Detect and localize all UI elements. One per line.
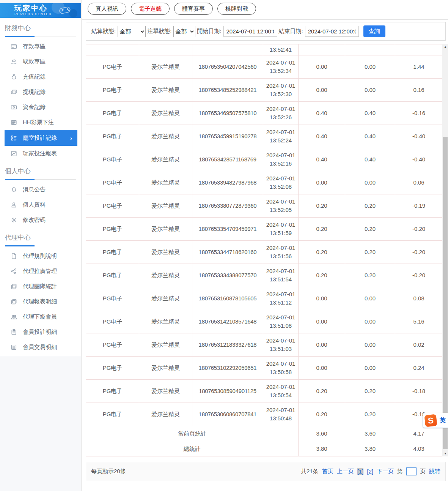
scroll-down-arrow-icon[interactable]: ▼	[442, 451, 448, 456]
summary-label: 總統計	[86, 441, 299, 456]
sidebar-item[interactable]: 廳室投註記錄›	[5, 130, 77, 146]
table-cell: 3.60	[345, 426, 395, 441]
sidebar-item[interactable]: 修改密碼	[0, 212, 81, 227]
section-underline	[5, 246, 76, 246]
order-status-select[interactable]: 全部	[173, 26, 195, 37]
page-number-link[interactable]: [2]	[367, 468, 373, 475]
end-date-input[interactable]	[305, 26, 359, 37]
sidebar-item[interactable]: 取款專區	[0, 54, 81, 69]
table-cell: 1807653354709459971	[192, 218, 263, 241]
table-cell: 0.20	[299, 264, 345, 287]
translator-language-label: 英	[440, 417, 446, 425]
sidebar-item[interactable]: 代理報表明細	[0, 294, 81, 309]
table-cell: 2024-07-0113:51:12	[263, 287, 299, 310]
app-logo: 玩家中心 PLAYERS CENTER	[0, 3, 81, 18]
table-cell: 0.00	[299, 310, 345, 333]
tab-category[interactable]: 棋牌對戰	[217, 3, 256, 15]
table-cell: PG电子	[86, 333, 139, 357]
table-cell: 0.40	[299, 102, 345, 125]
sidebar-item-label: 消息公告	[23, 186, 46, 193]
table-scrollbar[interactable]: ▲ ▼	[442, 44, 448, 456]
sidebar-item[interactable]: 會員投註明細	[0, 324, 81, 339]
transaction-list-icon	[11, 344, 17, 350]
table-cell: 1807653160878105605	[192, 287, 263, 310]
table-cell: 0.08	[395, 287, 443, 310]
sidebar-item-label: 廳室投註記錄	[23, 134, 57, 142]
settle-status-select[interactable]: 全部	[118, 26, 146, 37]
cash-icon	[11, 89, 17, 95]
bell-icon	[11, 186, 17, 193]
table-row: PG电子爱尔兰精灵18076531218333276182024-07-0113…	[86, 333, 443, 357]
table-cell: -0.40	[395, 148, 443, 171]
table-row: PG电子爱尔兰精灵18076534852529884212024-07-0113…	[86, 79, 443, 102]
sidebar-item[interactable]: 存款專區	[0, 39, 81, 54]
table-summary-row: 當前頁統計3.603.604.17	[86, 426, 443, 441]
sidebar-item[interactable]: 會員交易明細	[0, 339, 81, 355]
table-cell: PG电子	[86, 310, 139, 333]
sidebar-section: 財務中心存款專區取款專區充值記錄提現記錄資金記錄HH彩票下注廳室投註記錄›玩家投…	[0, 24, 81, 161]
table-cell: 2024-07-0113:52:08	[263, 171, 299, 194]
sidebar-item[interactable]: 代理推廣管理	[0, 264, 81, 279]
search-button[interactable]: 查詢	[363, 25, 385, 37]
bet-records-table-wrap: 13:52:41PG电子爱尔兰精灵18076535042070425602024…	[86, 44, 448, 456]
table-cell: 爱尔兰精灵	[139, 79, 192, 102]
sidebar-item[interactable]: HH彩票下注	[0, 115, 81, 130]
table-cell: 爱尔兰精灵	[139, 241, 192, 264]
sidebar-item[interactable]: 代理下級會員	[0, 309, 81, 324]
sidebar-item[interactable]: 消息公告	[0, 182, 81, 197]
table-cell: 0.00	[345, 287, 395, 310]
table-cell: -0.20	[395, 241, 443, 264]
scrollbar-thumb[interactable]	[443, 137, 448, 449]
table-row: PG电子爱尔兰精灵18076530608607078412024-07-0113…	[86, 403, 443, 426]
sidebar-item[interactable]: 充值記錄	[0, 69, 81, 84]
sidebar-item[interactable]: 提現記錄	[0, 84, 81, 99]
table-cell: 0.20	[345, 241, 395, 264]
table-cell: 1807653469507575810	[192, 102, 263, 125]
document-icon	[11, 253, 17, 259]
table-cell: 0.40	[345, 125, 395, 148]
jump-button[interactable]: 跳转	[429, 468, 440, 475]
table-cell: 0.00	[345, 333, 395, 357]
table-cell: 0.20	[345, 218, 395, 241]
table-cell: 1.44	[395, 55, 443, 79]
page-number-link[interactable]: [1]	[357, 468, 364, 475]
prev-page-link[interactable]: 上一页	[337, 468, 354, 475]
translator-widget[interactable]: S 英	[423, 413, 448, 428]
table-cell: 0.20	[345, 264, 395, 287]
table-cell: 0.20	[345, 194, 395, 218]
scroll-up-arrow-icon[interactable]: ▲	[442, 44, 448, 50]
next-page-link[interactable]: 下一页	[377, 468, 394, 475]
sidebar-item[interactable]: 玩家投注報表	[0, 146, 81, 161]
settle-status-label: 結算狀態:	[91, 28, 116, 35]
sidebar-item[interactable]: 資金記錄	[0, 99, 81, 115]
sidebar-item-label: 資金記錄	[23, 104, 46, 111]
tab-active[interactable]: 電子遊藝	[131, 3, 170, 15]
table-row: PG电子爱尔兰精灵18076533807728793602024-07-0113…	[86, 194, 443, 218]
sidebar-item[interactable]: 個人資料	[0, 197, 81, 212]
members-icon	[11, 314, 17, 320]
table-cell: 1807653121833327618	[192, 333, 263, 357]
table-cell	[395, 44, 443, 55]
tab-category[interactable]: 真人視訊	[88, 3, 126, 15]
table-cell: PG电子	[86, 264, 139, 287]
page-jump-input[interactable]	[406, 467, 417, 475]
sidebar-item[interactable]: 代理規則說明	[0, 248, 81, 264]
table-cell: 0.06	[395, 171, 443, 194]
tab-category[interactable]: 體育賽事	[174, 3, 213, 15]
table-cell: PG电子	[86, 357, 139, 380]
sidebar-item-label: 充值記錄	[23, 73, 46, 81]
table-row: PG电子爱尔兰精灵18076531608781056052024-07-0113…	[86, 287, 443, 310]
bet-records-table: 13:52:41PG电子爱尔兰精灵18076535042070425602024…	[86, 44, 443, 456]
table-row: PG电子爱尔兰精灵18076533343880775702024-07-0113…	[86, 264, 443, 287]
table-cell: 1807653060860707841	[192, 403, 263, 426]
end-date-label: 結束日期:	[279, 28, 303, 35]
sidebar-item[interactable]: 代理團隊統計	[0, 279, 81, 294]
table-cell: 爱尔兰精灵	[139, 194, 192, 218]
table-cell: 爱尔兰精灵	[139, 357, 192, 380]
start-date-input[interactable]	[223, 26, 277, 37]
table-cell: 爱尔兰精灵	[139, 218, 192, 241]
table-row: PG电子爱尔兰精灵18076533547094599712024-07-0113…	[86, 218, 443, 241]
first-page-link[interactable]: 首页	[322, 468, 333, 475]
table-cell: 2024-07-0113:52:05	[263, 194, 299, 218]
sidebar-section: 代理中心代理規則說明代理推廣管理代理團隊統計代理報表明細代理下級會員會員投註明細…	[0, 233, 81, 355]
